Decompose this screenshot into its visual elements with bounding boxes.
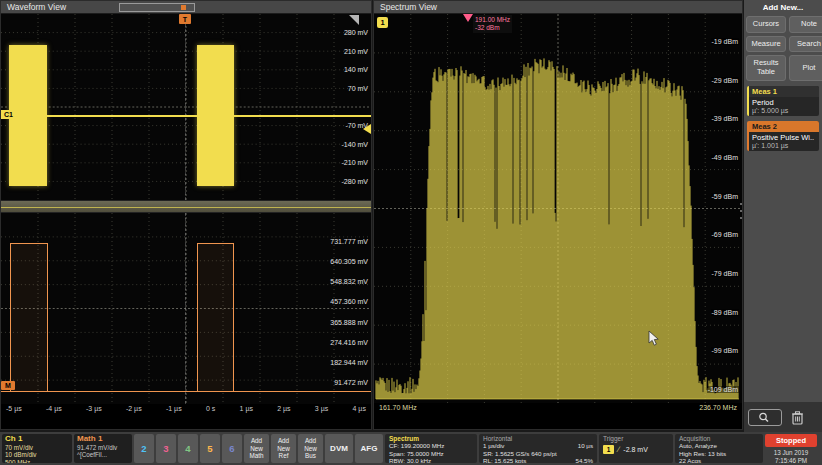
time-label: 1 µs [240,405,253,415]
channel-5-button[interactable]: 5 [200,434,220,463]
trigger-level: -2.8 mV [623,446,648,453]
cursors-button[interactable]: Cursors [746,16,786,33]
sample-rate: SR: 1.5625 GS/s 640 ps/pt [483,450,593,457]
time-label: -2 µs [126,405,142,415]
add-new-bus-button[interactable]: Add New Bus [298,434,323,463]
search-button[interactable]: Search [789,36,822,53]
math-scale-label: 365.888 mV [330,319,368,326]
spectrum-graticule[interactable]: 1 191.00 MHz -32 dBm -19 dBm -29 dBm -39… [374,14,742,403]
dbm-scale-label: -99 dBm [711,347,739,354]
plot-button[interactable]: Plot [789,55,822,80]
dbm-scale-label: -109 dBm [707,386,739,393]
trigger-position-line [185,213,186,404]
add-new-math-button[interactable]: Add New Math [244,434,269,463]
time-label: 7:15:46 PM [765,457,817,465]
voltage-scale-label: -70 mV [345,122,368,129]
acquisition-settings-badge[interactable]: Acquisition Auto, Analyze High Res: 13 b… [675,434,763,463]
math-reference-marker[interactable]: M [1,381,15,390]
measurement-value: µ': 5.000 µs [749,107,819,116]
dbm-scale-label: -19 dBm [711,38,739,45]
channel-3-button[interactable]: 3 [156,434,176,463]
dbm-scale-label: -79 dBm [711,270,739,277]
ch1-scale: 70 mV/div [5,444,69,452]
acquisition-mode: Auto, Analyze [679,442,759,449]
note-button[interactable]: Note [789,16,822,33]
rbw: RBW: 30.0 kHz [389,457,473,463]
math-scale-label: 182.944 mV [330,359,368,366]
magnifier-icon [757,411,773,423]
spectrum-settings-badge[interactable]: Spectrum CF: 199.20000 MHz Span: 75.0000… [385,434,477,463]
math1-expression: ^[CoefFil... [77,451,129,459]
math-trace-baseline [1,391,371,392]
zoom-tool-button[interactable] [748,409,782,426]
math-pulse-envelope [197,243,234,391]
trash-icon[interactable] [791,410,804,425]
stopped-button[interactable]: Stopped [765,434,817,447]
measurement-badge-meas2[interactable]: Meas 2 Positive Pulse Wi.. µ': 1.001 µs [747,121,819,151]
afg-button[interactable]: AFG [355,434,383,463]
settings-bar: Ch 1 70 mV/div 10 dBm/div 500 MHz Math 1… [0,432,822,465]
channel-6-button[interactable]: 6 [222,434,242,463]
math1-badge[interactable]: Math 1 91.472 mV/div ^[CoefFil... [74,434,132,463]
ch1-bandwidth: 500 MHz [5,459,69,463]
center-frequency: CF: 199.20000 MHz [389,442,473,449]
waveform-graticule[interactable]: T C1 280 mV 210 mV 140 mV 70 mV -70 mV -… [1,14,371,200]
time-label: -1 µs [166,405,182,415]
time-label: -5 µs [6,405,22,415]
acquisition-resolution: High Res: 13 bits [679,450,759,457]
marker-amplitude: -32 dBm [475,24,510,32]
utility-tray [744,402,822,432]
ch1-badge[interactable]: Ch 1 70 mV/div 10 dBm/div 500 MHz [2,434,72,463]
expansion-handle-icon [349,15,359,25]
trigger-settings-badge[interactable]: Trigger 1 ∕ -2.8 mV [599,434,673,463]
channel-2-button[interactable]: 2 [134,434,154,463]
measurement-value: µ': 1.001 µs [749,142,819,151]
date-label: 13 Jun 2019 [765,449,817,457]
time-label: -3 µs [86,405,102,415]
dvm-button[interactable]: DVM [325,434,353,463]
panel-divider[interactable] [1,200,371,213]
math-pulse-envelope [10,243,48,391]
marker-icon[interactable] [463,14,473,22]
horizontal-window: 10 µs [578,442,593,449]
add-new-ref-button[interactable]: Add New Ref [271,434,296,463]
math-scale-label: 457.360 mV [330,298,368,305]
math1-label: Math 1 [77,435,129,444]
measurement-badge-meas1[interactable]: Meas 1 Period µ': 5.000 µs [747,86,819,116]
horizontal-settings-badge[interactable]: Horizontal 1 µs/div 10 µs SR: 1.5625 GS/… [479,434,597,463]
voltage-scale-label: 210 mV [344,48,368,55]
marker-readout: 191.00 MHz -32 dBm [473,15,512,33]
stop-frequency-label: 236.70 MHz [699,404,737,414]
time-label: 0 s [206,405,215,415]
measurement-type: Positive Pulse Wi.. [749,132,819,142]
acquisition-count: 22 Acqs [679,457,759,463]
results-table-button[interactable]: Results Table [746,55,786,80]
math-graticule[interactable]: M 731.777 mV 640.305 mV 548.832 mV 457.3… [1,213,371,404]
measurement-name: Meas 2 [749,121,819,132]
voltage-scale-label: 70 mV [348,85,368,92]
horizontal-scale: 1 µs/div [483,442,504,449]
channel-4-button[interactable]: 4 [178,434,198,463]
trigger-position-line [185,14,186,200]
frequency-axis: 161.70 MHz 236.70 MHz [374,403,742,415]
horizontal-position: 54.5% [575,457,593,463]
ch1-rf-burst [197,45,234,186]
measure-button[interactable]: Measure [746,36,786,53]
panel-resize-handle[interactable] [740,203,743,219]
dbm-scale-label: -69 dBm [711,231,739,238]
horizontal-settings-title: Horizontal [483,435,593,442]
trigger-indicator[interactable]: T [179,14,191,24]
spectrum-view-header: Spectrum View [374,1,742,14]
spectrum-source-badge[interactable]: 1 [377,17,388,28]
time-label: 2 µs [277,405,290,415]
time-label: -4 µs [46,405,62,415]
add-new-button-grid: Cursors Note Measure Search Results Tabl… [744,16,822,81]
run-stop-column: Stopped 13 Jun 2019 7:15:46 PM [765,434,817,463]
span: Span: 75.0000 MHz [389,450,473,457]
spectrum-view-panel: Spectrum View 1 191.00 MHz -32 dBm -19 d… [373,0,743,430]
dbm-scale-label: -59 dBm [711,193,739,200]
dbm-scale-label: -39 dBm [711,115,739,122]
record-view-bar[interactable] [119,3,195,12]
spectrum-view-title: Spectrum View [380,2,437,12]
voltage-scale-label: -280 mV [342,178,368,185]
